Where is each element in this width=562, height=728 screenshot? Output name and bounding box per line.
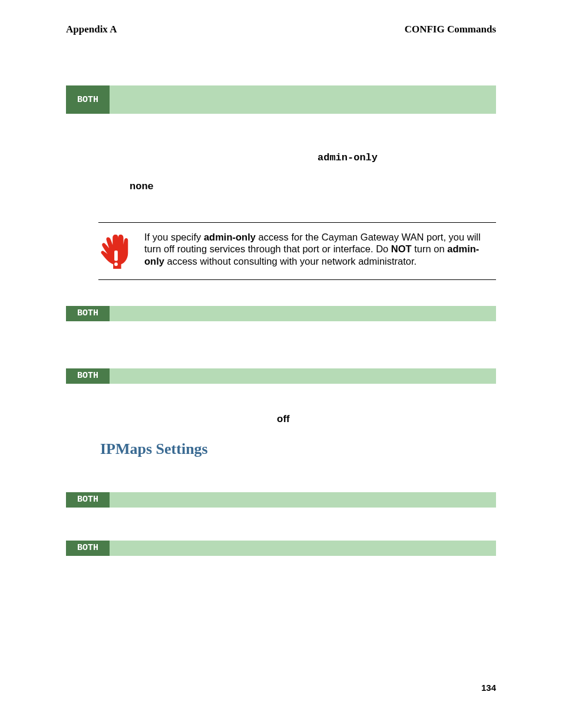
both-badge: BOTH: [66, 492, 110, 508]
config-bar-fill: [110, 85, 496, 114]
svg-rect-0: [114, 251, 118, 261]
both-badge: BOTH: [66, 368, 110, 384]
mono-values-block: admin-only none: [66, 143, 496, 202]
both-badge: BOTH: [66, 306, 110, 321]
config-bar-5: BOTH: [66, 541, 496, 556]
config-bar-2: BOTH: [66, 306, 496, 321]
warning-text: If you specify admin-only access for the…: [144, 231, 496, 268]
warning-bold-not: NOT: [391, 243, 412, 254]
off-label: off: [277, 413, 496, 425]
chapter-label: CONFIG Commands: [405, 24, 496, 35]
appendix-label: Appendix A: [66, 24, 117, 35]
warning-bold-admin-only-1: admin-only: [204, 232, 256, 242]
config-bar-fill: [110, 541, 496, 556]
warning-callout: If you specify admin-only access for the…: [98, 222, 496, 280]
config-bar-3: BOTH: [66, 368, 496, 384]
both-badge: BOTH: [66, 85, 110, 114]
admin-only-value: admin-only: [318, 143, 496, 172]
page-number: 134: [481, 683, 496, 693]
warning-hand-icon: [98, 231, 133, 272]
svg-point-1: [114, 262, 118, 266]
warning-seg-1: If you specify: [144, 232, 204, 242]
warning-seg-3: turn on: [412, 243, 448, 254]
config-bar-fill: [110, 492, 496, 508]
config-bar-fill: [110, 368, 496, 384]
config-bar-4: BOTH: [66, 492, 496, 508]
both-badge: BOTH: [66, 541, 110, 556]
ipmaps-settings-heading: IPMaps Settings: [100, 440, 496, 458]
config-bar-1: BOTH: [66, 85, 496, 114]
warning-seg-4: access without consulting with your netw…: [164, 256, 416, 266]
config-bar-fill: [110, 306, 496, 321]
none-value: none: [130, 172, 496, 201]
